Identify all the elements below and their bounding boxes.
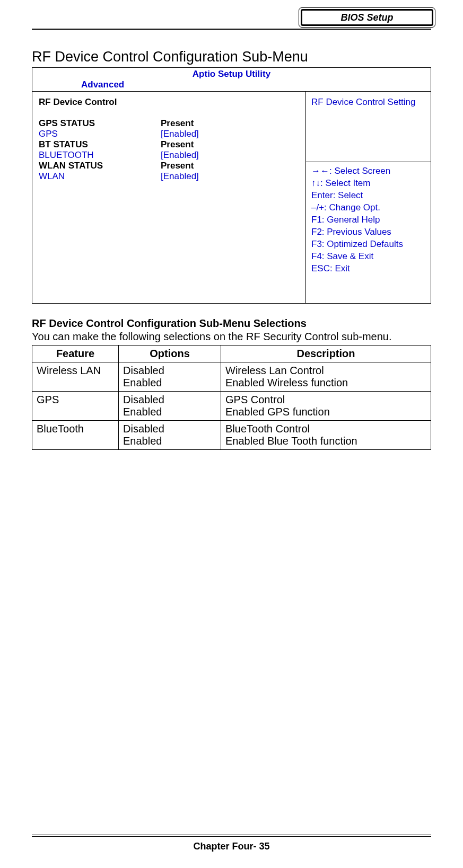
- page-bottom: Chapter Four- 35: [0, 835, 463, 852]
- description-item: BlueTooth Control: [225, 423, 426, 435]
- feature-cell: Wireless LAN: [32, 362, 119, 392]
- bios-row-value[interactable]: [Enabled]: [161, 129, 199, 139]
- intro-text: You can make the following selections on…: [32, 331, 431, 343]
- page-footer: Chapter Four- 35: [0, 841, 463, 852]
- option-item: Disabled: [123, 365, 216, 377]
- description-cell: BlueTooth Control Enabled Blue Tooth fun…: [221, 421, 431, 450]
- chapter-badge: BIOS Setup: [299, 7, 435, 28]
- description-item: Enabled Blue Tooth function: [225, 435, 426, 447]
- bios-row-label[interactable]: GPS: [39, 129, 161, 139]
- key-hint: ↑↓: Select Item: [311, 178, 425, 190]
- top-rule: [32, 29, 431, 30]
- bios-right-panel: RF Device Control Setting →←: Select Scr…: [305, 92, 431, 303]
- bios-tab[interactable]: Advanced: [32, 79, 431, 91]
- key-hint: –/+: Change Opt.: [311, 202, 425, 214]
- key-hint: Enter: Select: [311, 190, 425, 202]
- feature-cell: BlueTooth: [32, 421, 119, 450]
- bios-help-text: RF Device Control Setting: [306, 92, 431, 162]
- key-hint: F2: Previous Values: [311, 226, 425, 238]
- options-cell: Disabled Enabled: [119, 392, 221, 421]
- bottom-rule: [32, 835, 431, 837]
- table-header: Feature: [32, 346, 119, 362]
- options-cell: Disabled Enabled: [119, 362, 221, 392]
- section-title: RF Device Control Configuration Sub-Menu: [32, 49, 431, 65]
- key-hint: ESC: Exit: [311, 263, 425, 275]
- table-header: Options: [119, 346, 221, 362]
- bios-row-value: Present: [161, 161, 194, 171]
- bios-row-label: BT STATUS: [39, 139, 161, 150]
- description-item: GPS Control: [225, 394, 426, 406]
- key-hint: →←: Select Screen: [311, 165, 425, 178]
- bios-left-panel: RF Device Control GPS STATUS Present GPS…: [32, 92, 305, 303]
- key-hint: F4: Save & Exit: [311, 251, 425, 263]
- bios-keys: →←: Select Screen ↑↓: Select Item Enter:…: [306, 162, 431, 303]
- chapter-badge-text: BIOS Setup: [301, 9, 433, 26]
- option-item: Disabled: [123, 423, 216, 435]
- feature-cell: GPS: [32, 392, 119, 421]
- option-item: Enabled: [123, 435, 216, 447]
- bios-row-label: GPS STATUS: [39, 118, 161, 129]
- bios-box: Aptio Setup Utility Advanced RF Device C…: [32, 67, 431, 304]
- table-header: Description: [221, 346, 431, 362]
- page: BIOS Setup RF Device Control Configurati…: [0, 0, 463, 868]
- bios-body: RF Device Control GPS STATUS Present GPS…: [32, 91, 431, 303]
- description-cell: Wireless Lan Control Enabled Wireless fu…: [221, 362, 431, 392]
- table-row: GPS Disabled Enabled GPS Control Enabled…: [32, 392, 431, 421]
- bios-row-value: Present: [161, 118, 194, 129]
- bios-utility-title: Aptio Setup Utility: [32, 68, 431, 79]
- option-item: Enabled: [123, 377, 216, 389]
- bios-row-value: Present: [161, 139, 194, 150]
- key-hint: F3: Optimized Defaults: [311, 238, 425, 251]
- description-item: Enabled Wireless function: [225, 377, 426, 389]
- key-hint: F1: General Help: [311, 214, 425, 226]
- bios-row-value[interactable]: [Enabled]: [161, 171, 199, 182]
- panel-heading: RF Device Control: [39, 97, 161, 108]
- bios-row-value[interactable]: [Enabled]: [161, 150, 199, 161]
- description-item: Enabled GPS function: [225, 406, 426, 418]
- table-header-row: Feature Options Description: [32, 346, 431, 362]
- feature-table: Feature Options Description Wireless LAN…: [32, 345, 431, 450]
- subsection-heading: RF Device Control Configuration Sub-Menu…: [32, 317, 431, 330]
- option-item: Disabled: [123, 394, 216, 406]
- options-cell: Disabled Enabled: [119, 421, 221, 450]
- bios-row-label[interactable]: WLAN: [39, 171, 161, 182]
- table-row: Wireless LAN Disabled Enabled Wireless L…: [32, 362, 431, 392]
- bios-row-label: WLAN STATUS: [39, 161, 161, 171]
- description-item: Wireless Lan Control: [225, 365, 426, 377]
- bios-row-label[interactable]: BLUETOOTH: [39, 150, 161, 161]
- description-cell: GPS Control Enabled GPS function: [221, 392, 431, 421]
- option-item: Enabled: [123, 406, 216, 418]
- table-row: BlueTooth Disabled Enabled BlueTooth Con…: [32, 421, 431, 450]
